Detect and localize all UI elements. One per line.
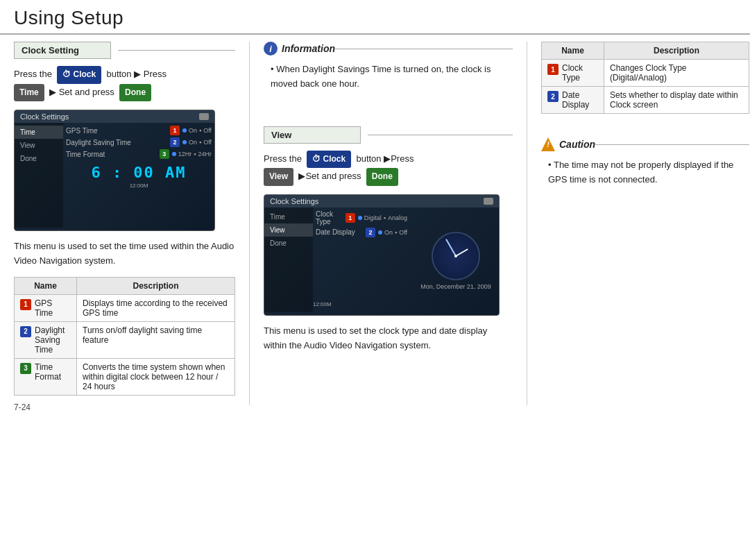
clock-btn-label: Clock <box>74 69 96 79</box>
ss1-format-toggle: 12Hr ▪ 24Hr <box>172 151 212 158</box>
done-btn: Done <box>119 84 151 102</box>
clock-screenshot-1: Clock Settings Time View Done GPS Time 1 <box>14 110 215 231</box>
right-badge-1: 1 <box>547 64 559 75</box>
clock-setting-header: Clock Setting <box>14 42 111 59</box>
right-row1-desc: Changes Clock Type (Digital/Analog) <box>604 60 749 87</box>
ss2-row-clocktype: Clock Type 1 Digital ▪ Analog <box>316 210 407 226</box>
ss1-daylight-toggle: On ▪ Off <box>182 139 212 146</box>
ss1-gps-sep: ▪ <box>199 127 201 134</box>
mid-press-text-3: ▶Set and press <box>298 171 361 181</box>
ss1-badge-3: 3 <box>160 149 169 159</box>
info-bullet-text: When Daylight Savings Time is turned on,… <box>264 62 513 92</box>
ss2-date-toggle: On ▪ Off <box>378 229 407 236</box>
ss1-sidebar-done: Done <box>15 152 63 165</box>
ss1-sidebar-view: View <box>15 139 63 152</box>
ss1-bottom-time: 12:00M <box>66 183 212 190</box>
left-table: Name Description 1 GPS Time Displays tim… <box>14 277 235 396</box>
left-badge-1: 1 <box>20 299 31 310</box>
mid-clock-btn-icon-symbol: ⏱ <box>312 154 321 164</box>
ss2-on: On <box>384 229 393 236</box>
info-line-divider <box>335 49 513 49</box>
left-row2-name: Daylight Saving Time <box>35 325 71 355</box>
ss1-gps-label: GPS Time <box>66 127 167 135</box>
ss2-off: Off <box>399 229 407 236</box>
caution-bullet-text: The time may not be properly displayed i… <box>541 158 749 187</box>
ss2-row-date: Date Display 2 On ▪ Off <box>316 228 407 237</box>
ss1-daylight-sep: ▪ <box>199 139 201 146</box>
left-badge-3: 3 <box>20 363 31 374</box>
ss2-sidebar-view: View <box>264 223 313 237</box>
ss2-badge-1: 1 <box>346 213 355 223</box>
view-section-header: View <box>264 126 361 144</box>
ss1-gps-dot <box>182 128 187 133</box>
left-row3-desc: Converts the time system shown when with… <box>77 358 235 395</box>
left-td-name-cell-2: 2 Daylight Saving Time <box>20 325 71 355</box>
ss1-title: Clock Settings <box>20 112 69 121</box>
page-number: 7-24 <box>14 402 31 412</box>
right-td-name-cell-2: 2 Date Display <box>547 90 598 110</box>
press-text-1: Press the <box>14 69 52 79</box>
mid-view-btn: View <box>264 168 293 186</box>
ss2-header: Clock Settings <box>264 195 499 207</box>
ss2-sep1: ▪ <box>384 214 386 221</box>
mid-press-text-1: Press the <box>264 153 302 164</box>
ss1-gps-off: Off <box>203 127 212 134</box>
ss1-sidebar-time: Time <box>15 126 63 139</box>
ss1-header: Clock Settings <box>15 110 214 123</box>
clock-setting-header-line: Clock Setting <box>14 42 235 59</box>
ss2-header-icon <box>484 198 493 205</box>
left-table-name-1: 1 GPS Time <box>15 294 77 321</box>
view-header-line: View <box>264 126 513 144</box>
spacer-1 <box>264 99 513 126</box>
info-section-header: i Information <box>264 42 335 56</box>
ss2-minute-hand <box>445 239 457 257</box>
left-row1-name: GPS Time <box>35 298 71 318</box>
ss2-sidebar-done: Done <box>264 237 313 250</box>
mid-clock-btn-label: Clock <box>323 154 346 164</box>
table-row: 3 Time Format Converts the time system s… <box>15 358 235 395</box>
table-row: 1 Clock Type Changes Clock Type (Digital… <box>542 60 749 87</box>
view-line-divider <box>368 135 513 135</box>
ss2-clock-center <box>454 255 457 257</box>
caution-label: Caution <box>559 139 595 150</box>
left-body-text: This menu is used to set the time used w… <box>14 239 235 269</box>
ss1-daylight-dot <box>182 140 187 144</box>
right-table-col-name: Name <box>542 42 604 60</box>
mid-press-text-2: button ▶Press <box>356 153 414 164</box>
mid-body-text: This menu is used to set the clock type … <box>264 324 513 353</box>
ss2-date-label: Date Display <box>316 228 363 236</box>
ss1-badge-1: 1 <box>170 126 180 135</box>
ss1-daylight-label: Daylight Saving Time <box>66 139 167 146</box>
caution-header-line: ! Caution <box>541 137 749 151</box>
ss1-gps-on: On <box>189 127 197 134</box>
mid-clock-btn-icon: ⏱ Clock <box>307 151 351 169</box>
ss1-row-format: Time Format 3 12Hr ▪ 24Hr <box>66 149 212 159</box>
left-press-instruction: Press the ⏱ Clock button ▶ Press Time ▶ … <box>14 66 235 101</box>
left-td-name-cell-3: 3 Time Format <box>20 362 71 382</box>
mid-done-btn: Done <box>366 168 398 186</box>
right-table-col-desc: Description <box>604 42 749 60</box>
press-text-3: ▶ Set and press <box>49 87 114 97</box>
left-row1-desc: Displays time according to the received … <box>77 294 235 321</box>
clock-btn-icon: ⏱ Clock <box>57 66 101 84</box>
ss1-format-sep: ▪ <box>194 151 196 158</box>
ss2-analog: Analog <box>388 214 407 221</box>
ss2-clocktype-label: Clock Type <box>316 210 343 226</box>
left-table-name-2: 2 Daylight Saving Time <box>15 321 77 358</box>
ss1-header-icon <box>199 113 209 120</box>
left-badge-2: 2 <box>20 326 31 337</box>
ss1-format-label: Time Format <box>66 151 157 158</box>
info-header-line: i Information <box>264 42 513 56</box>
press-text-2: button ▶ Press <box>106 69 167 79</box>
page-number-container: 7-24 <box>0 412 750 418</box>
ss1-body: Time View Done GPS Time 1 On ▪ Off <box>15 123 214 228</box>
ss1-main: GPS Time 1 On ▪ Off Daylight Saving Time… <box>63 123 214 228</box>
table-row: 2 Daylight Saving Time Turns on/off dayl… <box>15 321 235 358</box>
spacer-2 <box>541 124 749 137</box>
ss2-settings: Clock Type 1 Digital ▪ Analog Date Dis <box>313 207 410 312</box>
left-table-col-name: Name <box>15 277 77 294</box>
ss2-clocktype-dot <box>358 216 362 220</box>
left-row3-name: Time Format <box>35 362 71 382</box>
ss1-daylight-off: Off <box>203 139 212 146</box>
right-table-name-1: 1 Clock Type <box>542 60 604 87</box>
